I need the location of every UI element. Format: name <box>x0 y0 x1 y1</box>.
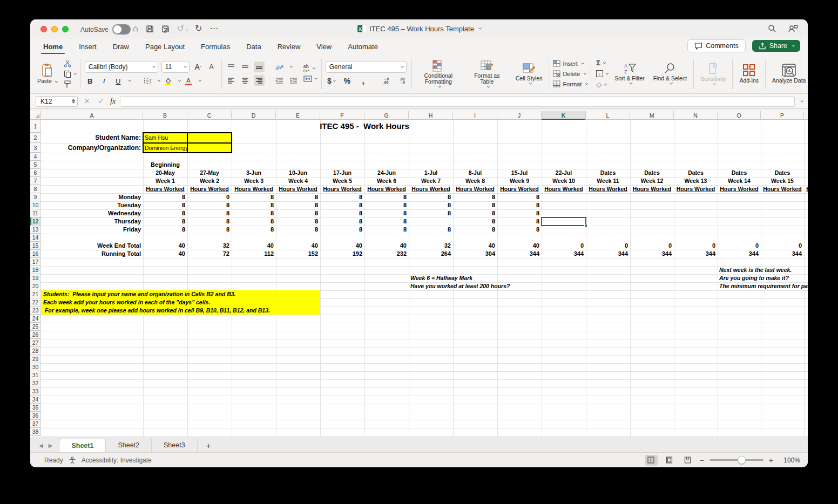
row-header-38[interactable]: 38 <box>30 428 41 436</box>
cell-running-9[interactable]: 344 <box>497 250 542 258</box>
cell-running-15[interactable]: 344 <box>761 250 804 258</box>
row-header-30[interactable]: 30 <box>30 363 41 371</box>
cell-hours-w5-d4[interactable]: 8 <box>320 217 364 226</box>
font-name-select[interactable]: Calibri (Body) <box>85 61 158 73</box>
row-header-36[interactable]: 36 <box>30 412 41 420</box>
cell-week-end-4[interactable]: 40 <box>276 242 320 250</box>
row-header-23[interactable]: 23 <box>30 307 41 315</box>
tab-data[interactable]: Data <box>245 40 262 53</box>
cell-hours-w1-d4[interactable]: 8 <box>143 217 187 226</box>
cell-hours-w8-d4[interactable]: 8 <box>453 217 497 226</box>
zoom-slider[interactable] <box>709 459 763 461</box>
sheet-tab-sheet3[interactable]: Sheet3 <box>152 438 198 453</box>
col-header-E[interactable]: E <box>276 111 320 120</box>
cell-hours-w8-d5[interactable]: 8 <box>453 226 497 234</box>
cell-hours-w1-d5[interactable]: 8 <box>143 226 187 234</box>
format-as-table-button[interactable]: Format as Table <box>464 59 510 89</box>
cell-B3[interactable]: Dominion Energy <box>143 143 187 153</box>
format-painter-button[interactable] <box>63 80 77 88</box>
row-header-19[interactable]: 19 <box>30 274 41 282</box>
cell-hours-w3-d3[interactable]: 8 <box>232 209 276 217</box>
row-header-18[interactable]: 18 <box>30 266 41 274</box>
cell-running-13[interactable]: 344 <box>674 250 718 258</box>
col-header-A[interactable]: A <box>41 111 143 120</box>
cell-week-end-5[interactable]: 40 <box>320 242 364 250</box>
row-header-26[interactable]: 26 <box>30 331 41 339</box>
row-header-33[interactable]: 33 <box>30 387 41 396</box>
cell-week-end-13[interactable]: 0 <box>674 242 718 250</box>
find-select-button[interactable]: Find & Select <box>651 62 690 86</box>
align-left-button[interactable] <box>226 75 236 86</box>
cell-running-6[interactable]: 232 <box>364 250 409 258</box>
close-window-button[interactable] <box>40 26 47 32</box>
row-header-5[interactable]: 5 <box>30 161 41 169</box>
copy-button[interactable] <box>63 70 77 78</box>
tab-formulas[interactable]: Formulas <box>200 40 231 53</box>
cell-week-end-15[interactable]: 0 <box>761 242 804 250</box>
cell-hours-w4-d3[interactable]: 8 <box>276 209 320 217</box>
save-as-icon[interactable] <box>161 25 170 33</box>
insert-function-icon[interactable]: fx <box>110 97 116 106</box>
cell-hours-w1-d1[interactable]: 8 <box>143 193 187 201</box>
zoom-slider-knob[interactable] <box>738 456 746 464</box>
delete-cells-button[interactable]: Delete <box>553 70 587 77</box>
cell-running-5[interactable]: 192 <box>320 250 364 258</box>
row-header-15[interactable]: 15 <box>30 242 41 250</box>
underline-button[interactable]: U <box>113 76 124 86</box>
cell-hours-w2-d4[interactable]: 8 <box>187 217 232 226</box>
spreadsheet-grid[interactable]: ABCDEFGHIJKLMNOP123456789101112131415161… <box>30 111 808 437</box>
col-header-C[interactable]: C <box>187 111 232 120</box>
comments-button[interactable]: Comments <box>687 39 745 52</box>
zoom-in-button[interactable]: + <box>769 456 773 465</box>
col-header-B[interactable]: B <box>143 111 187 120</box>
conditional-formatting-button[interactable]: Conditional Formatting <box>416 59 461 89</box>
row-header-12[interactable]: 12 <box>30 217 41 226</box>
cell-hours-w5-d2[interactable]: 8 <box>320 201 364 209</box>
align-top-button[interactable] <box>226 62 236 72</box>
col-header-M[interactable]: M <box>630 111 674 120</box>
cell-hours-w2-d2[interactable]: 8 <box>187 201 232 209</box>
cell-running-14[interactable]: 344 <box>718 250 761 258</box>
autosum-button[interactable]: Σ <box>595 59 609 67</box>
col-header-O[interactable]: O <box>718 111 761 120</box>
cell-running-11[interactable]: 344 <box>586 250 630 258</box>
cell-hours-w5-d1[interactable]: 8 <box>320 193 364 201</box>
row-header-11[interactable]: 11 <box>30 209 41 217</box>
page-break-view-button[interactable] <box>681 455 694 466</box>
row-header-7[interactable]: 7 <box>30 177 41 185</box>
row-header-17[interactable]: 17 <box>30 258 41 266</box>
cut-button[interactable] <box>63 59 77 68</box>
percent-style-button[interactable]: % <box>342 76 353 86</box>
col-header-L[interactable]: L <box>586 111 630 120</box>
cell-hours-w1-d2[interactable]: 8 <box>143 201 187 209</box>
sheet-tab-sheet2[interactable]: Sheet2 <box>106 438 152 453</box>
cell-hours-w5-d3[interactable]: 8 <box>320 209 364 217</box>
row-header-1[interactable]: 1 <box>30 120 41 133</box>
row-header-3[interactable]: 3 <box>30 143 41 153</box>
cell-week-end-7[interactable]: 32 <box>409 242 453 250</box>
increase-decimal-button[interactable]: ←0.00 <box>381 76 391 86</box>
cell-week-end-12[interactable]: 0 <box>630 242 674 250</box>
formula-input[interactable] <box>120 96 795 107</box>
cell-hours-w8-d1[interactable]: 8 <box>453 193 497 201</box>
more-commands-icon[interactable]: ⋯ <box>210 23 218 35</box>
cell-hours-w6-d1[interactable]: 8 <box>364 193 409 201</box>
tab-automate[interactable]: Automate <box>347 40 379 53</box>
align-middle-button[interactable] <box>240 62 251 72</box>
col-header-H[interactable]: H <box>409 111 453 120</box>
cancel-icon[interactable]: ✕ <box>82 97 92 105</box>
col-header-F[interactable]: F <box>320 111 364 120</box>
active-cell-K12[interactable] <box>541 217 586 226</box>
cell-week-end-11[interactable]: 0 <box>586 242 630 250</box>
row-header-2[interactable]: 2 <box>30 133 41 143</box>
row-header-13[interactable]: 13 <box>30 226 41 234</box>
add-ins-button[interactable]: Add-ins <box>736 63 761 85</box>
cell-hours-w3-d5[interactable]: 8 <box>232 226 276 234</box>
cell-B2[interactable]: Sam Hsu <box>143 133 187 143</box>
align-center-button[interactable] <box>240 75 251 86</box>
row-header-29[interactable]: 29 <box>30 355 41 363</box>
decrease-indent-button[interactable] <box>274 75 285 86</box>
cell-week-end-9[interactable]: 40 <box>497 242 542 250</box>
cell-hours-w6-d2[interactable]: 8 <box>364 201 409 209</box>
cell-C2-fill[interactable] <box>187 133 232 143</box>
